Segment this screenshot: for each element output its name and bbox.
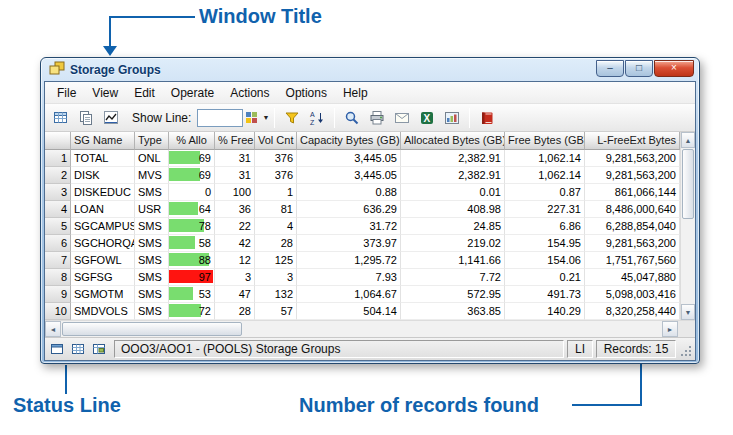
status-mode-badge: LI [567,340,593,358]
storage-groups-icon [49,60,65,80]
horizontal-scrollbar[interactable]: ◄ ► [45,320,678,337]
row-number: 2 [45,167,71,184]
column-header-sg-name[interactable]: SG Name [71,132,135,150]
excel-export-icon[interactable]: X [415,107,439,129]
copy-icon[interactable] [74,107,98,129]
capacity-bytes-cell: 31.72 [297,218,401,235]
column-header-allo[interactable]: % Allo [169,132,215,150]
svg-text:X: X [424,113,431,124]
menu-help[interactable]: Help [335,83,376,103]
row-number: 8 [45,269,71,286]
vertical-scroll-thumb[interactable] [682,149,694,219]
horizontal-scroll-track[interactable] [243,321,662,337]
l-freeext-bytes-cell: 9,281,563,200 [585,235,680,252]
connector-status-line-v [65,365,67,394]
quick-chart-icon[interactable] [99,107,123,129]
connector-window-title-h [109,16,195,18]
toolbar-separator [334,108,335,128]
menu-edit[interactable]: Edit [126,83,163,103]
free-bytes-cell: 1,062.14 [505,150,585,167]
row-number: 10 [45,303,71,320]
close-button[interactable]: × [654,60,694,77]
menu-options[interactable]: Options [278,83,335,103]
scroll-left-button[interactable]: ◄ [45,321,61,337]
search-icon[interactable] [340,107,364,129]
free-bytes-cell: 0.87 [505,184,585,201]
table-row[interactable]: 9SGMOTMSMS53471321,064.67572.95491.735,0… [45,286,680,303]
column-header-l-freeext-bytes[interactable]: L-FreeExt Bytes [585,132,680,150]
scroll-up-button[interactable]: ▲ [681,132,695,148]
title-bar[interactable]: Storage Groups – □ × [44,58,696,81]
svg-text:Z: Z [310,119,315,126]
view-selector-icon[interactable]: ▼ [244,107,269,129]
pct-allo-cell: 53 [169,286,215,303]
status-bar: OOO3/AOO1 - (POOLS) Storage Groups LI Re… [45,337,695,360]
menu-view[interactable]: View [84,83,126,103]
table-row[interactable]: 6SGCHORQASMS584228373.97219.02154.959,28… [45,235,680,252]
mail-export-icon[interactable] [390,107,414,129]
summary-view-icon[interactable] [90,340,108,358]
capacity-bytes-cell: 3,445.05 [297,167,401,184]
chevron-down-icon: ▼ [262,114,269,121]
pct-allo-cell: 0 [169,184,215,201]
menu-operate[interactable]: Operate [163,83,222,103]
table-row[interactable]: 8SGFSGSMS97337.937.720.2145,047,880 [45,269,680,286]
pct-free-cell: 42 [215,235,255,252]
allocated-bytes-cell: 1,141.66 [401,252,505,269]
pct-free-cell: 31 [215,150,255,167]
table-row[interactable]: 3DISKEDUCSMS010010.880.010.87861,066,144 [45,184,680,201]
report-chart-icon[interactable] [440,107,464,129]
capacity-bytes-cell: 1,295.72 [297,252,401,269]
print-icon[interactable] [365,107,389,129]
allocated-bytes-cell: 408.98 [401,201,505,218]
show-line-input[interactable] [197,109,243,127]
pct-free-cell: 12 [215,252,255,269]
pct-allo-value: 58 [172,235,211,251]
svg-text:A: A [310,111,315,118]
table-view-icon[interactable] [69,340,87,358]
maximize-button[interactable]: □ [625,60,653,77]
sort-az-icon[interactable]: AZ [305,107,329,129]
table-row[interactable]: 5SGCAMPUSSMS7822431.7224.856.866,288,854… [45,218,680,235]
type-cell: SMS [135,252,169,269]
column-header-type[interactable]: Type [135,132,169,150]
scroll-down-button[interactable]: ▼ [681,304,695,320]
data-grid: SG NameType% Allo% FreeVol CntCapacity B… [45,132,695,320]
column-header-capacity-bytes-gb[interactable]: Capacity Bytes (GB) [297,132,401,150]
free-bytes-cell: 154.95 [505,235,585,252]
scrollbar-corner [678,320,695,337]
table-row[interactable]: 4LOANUSR643681636.29408.98227.318,486,00… [45,201,680,218]
grid-view-icon[interactable] [48,340,66,358]
vertical-scroll-track[interactable] [681,220,695,304]
menu-file[interactable]: File [49,83,84,103]
l-freeext-bytes-cell: 9,281,563,200 [585,150,680,167]
table-row[interactable]: 1TOTALONL69313763,445.052,382.911,062.14… [45,150,680,167]
horizontal-scroll-thumb[interactable] [62,322,242,336]
window-client-area: FileViewEditOperateActionsOptionsHelp Sh… [44,81,696,361]
table-row[interactable]: 10SMDVOLSSMS722857504.14363.85140.298,32… [45,303,680,320]
column-header-allocated-bytes-gb[interactable]: Allocated Bytes (GB) [401,132,505,150]
filter-icon[interactable] [280,107,304,129]
pct-allo-value: 64 [172,201,211,217]
toolbar-separator [274,108,275,128]
table-row[interactable]: 7SGFOWLSMS88121251,295.721,141.66154.061… [45,252,680,269]
minimize-button[interactable]: – [596,60,624,77]
free-bytes-cell: 140.29 [505,303,585,320]
pct-free-cell: 28 [215,303,255,320]
help-book-icon[interactable] [475,107,499,129]
menu-actions[interactable]: Actions [222,83,277,103]
sg-name-cell: SGFOWL [71,252,135,269]
arrow-down-icon [103,46,117,56]
grid-edit-icon[interactable] [49,107,73,129]
resize-grip[interactable] [679,341,692,357]
vertical-scrollbar[interactable]: ▲ ▼ [680,132,695,320]
column-header-vol-cnt[interactable]: Vol Cnt [255,132,297,150]
status-context-text: OOO3/AOO1 - (POOLS) Storage Groups [114,340,564,358]
column-header-free[interactable]: % Free [215,132,255,150]
row-number: 4 [45,201,71,218]
scroll-right-button[interactable]: ► [662,321,678,337]
row-number: 3 [45,184,71,201]
table-row[interactable]: 2DISKMVS69313763,445.052,382.911,062.149… [45,167,680,184]
column-header-free-bytes-gb[interactable]: Free Bytes (GB) [505,132,585,150]
pct-allo-cell: 97 [169,269,215,286]
